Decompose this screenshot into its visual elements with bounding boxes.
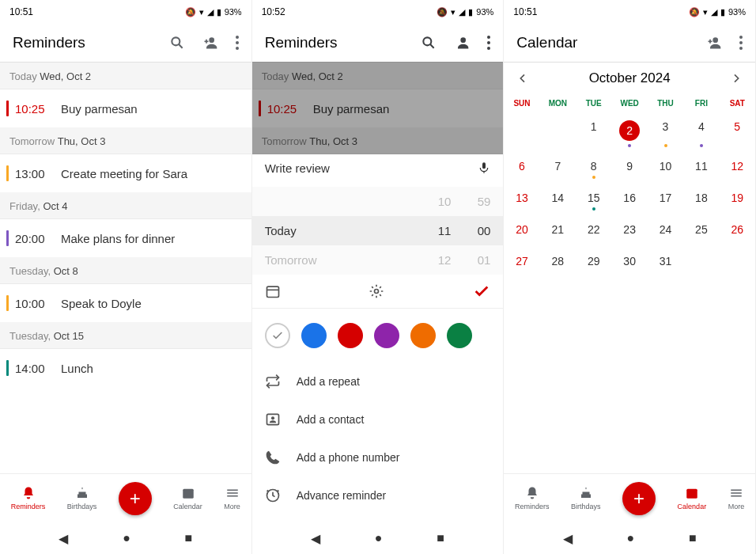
color-swatch[interactable]	[338, 323, 363, 348]
calendar-day[interactable]: 19	[720, 184, 755, 215]
picker-row[interactable]: 1059	[252, 187, 504, 216]
calendar-day[interactable]: 21	[540, 215, 576, 247]
next-month-icon[interactable]	[730, 72, 743, 85]
nav-calendar[interactable]: Calendar	[678, 486, 707, 510]
picker-row[interactable]: Tomorrow1201	[252, 245, 504, 275]
mic-icon[interactable]	[478, 160, 490, 176]
svg-point-16	[487, 36, 490, 39]
nav-reminders[interactable]: Reminders	[515, 486, 550, 510]
month-nav: October 2024	[504, 63, 755, 94]
calendar-day[interactable]: 31	[648, 247, 683, 279]
fab-add[interactable]: +	[119, 482, 152, 515]
confirm-icon[interactable]	[473, 283, 490, 300]
add-person-icon[interactable]	[202, 35, 218, 51]
calendar-day[interactable]: 9	[611, 152, 647, 184]
month-title[interactable]: October 2024	[529, 70, 730, 86]
option-contact[interactable]: Add a contact	[252, 400, 504, 438]
svg-rect-19	[482, 162, 486, 169]
calendar-day[interactable]: 12	[720, 152, 755, 184]
sys-back[interactable]: ◀	[563, 531, 573, 546]
color-swatch[interactable]	[410, 323, 436, 348]
sys-recent[interactable]: ■	[689, 531, 697, 545]
color-none[interactable]	[265, 323, 290, 348]
calendar-day	[504, 112, 539, 152]
mute-icon: 🔕	[437, 7, 448, 17]
add-person-icon[interactable]	[706, 35, 722, 51]
color-swatch[interactable]	[301, 323, 327, 348]
calendar-day[interactable]: 8	[576, 152, 611, 184]
reminder-row[interactable]: 10:00Speak to Doyle	[0, 284, 251, 322]
calendar-day[interactable]: 14	[540, 184, 576, 215]
reminder-input-row[interactable]: Write review	[252, 149, 504, 187]
sys-home[interactable]: ●	[123, 531, 130, 545]
calendar-day[interactable]: 17	[648, 184, 683, 215]
nav-more[interactable]: More	[224, 486, 240, 510]
sys-home[interactable]: ●	[626, 531, 634, 545]
nav-birthdays[interactable]: Birthdays	[67, 486, 97, 510]
reminder-row[interactable]: 20:00Make plans for dinner	[0, 219, 251, 257]
reminder-row[interactable]: 13:00Create meeting for Sara	[0, 154, 251, 192]
option-repeat[interactable]: Add a repeat	[252, 362, 504, 400]
sys-home[interactable]: ●	[375, 531, 383, 545]
status-bar: 10:51 🔕▾◢▮ 93%	[504, 0, 755, 24]
section-header: Tuesday, Oct 8	[0, 257, 251, 284]
calendar-day[interactable]: 16	[611, 184, 647, 215]
option-phone[interactable]: Add a phone number	[252, 438, 504, 476]
calendar-day[interactable]: 13	[504, 184, 539, 215]
dow-label: SUN	[504, 94, 539, 112]
nav-more[interactable]: More	[728, 486, 745, 510]
reminder-input[interactable]: Write review	[265, 161, 478, 175]
sys-back[interactable]: ◀	[311, 531, 320, 546]
calendar-day[interactable]: 11	[683, 152, 719, 184]
svg-point-7	[236, 47, 239, 50]
nav-calendar[interactable]: Calendar	[173, 486, 202, 510]
calendar-day[interactable]: 3	[648, 112, 683, 152]
reminder-row[interactable]: 14:00Lunch	[0, 349, 251, 387]
wifi-icon: ▾	[199, 7, 204, 17]
menu-dots-icon[interactable]	[739, 36, 743, 50]
calendar-day[interactable]: 29	[576, 247, 611, 279]
reminder-list[interactable]: Today Wed, Oct 210:25Buy parmesanTomorro…	[0, 63, 251, 387]
calendar-icon[interactable]	[265, 283, 281, 299]
time-picker[interactable]: 1059Today1100Tomorrow1201	[252, 187, 504, 275]
calendar-day[interactable]: 15	[576, 184, 611, 215]
sys-back[interactable]: ◀	[59, 531, 68, 546]
calendar-day[interactable]: 1	[576, 112, 611, 152]
calendar-day	[683, 247, 719, 279]
reminder-row[interactable]: 10:25Buy parmesan	[0, 89, 251, 127]
calendar-day[interactable]: 27	[504, 247, 539, 279]
calendar-day[interactable]: 18	[683, 184, 719, 215]
option-advance[interactable]: Advance reminder	[252, 476, 504, 514]
nav-birthdays[interactable]: Birthdays	[571, 486, 601, 510]
calendar-day[interactable]: 28	[540, 247, 576, 279]
calendar-grid[interactable]: 1234567891011121314151617181920212223242…	[504, 112, 755, 279]
settings-icon[interactable]	[369, 283, 384, 299]
prev-month-icon[interactable]	[516, 72, 529, 85]
calendar-day[interactable]: 2	[611, 112, 647, 152]
calendar-day[interactable]: 24	[648, 215, 683, 247]
calendar-day[interactable]: 10	[648, 152, 683, 184]
status-right: 🔕 ▾ ◢ ▮ 93%	[185, 7, 242, 17]
calendar-day[interactable]: 20	[504, 215, 539, 247]
calendar-day[interactable]: 7	[540, 152, 576, 184]
color-swatch[interactable]	[447, 323, 472, 348]
calendar-day[interactable]: 6	[504, 152, 539, 184]
svg-point-0	[172, 37, 180, 45]
calendar-day[interactable]: 23	[611, 215, 647, 247]
dow-label: SAT	[720, 94, 755, 112]
search-icon[interactable]	[169, 35, 185, 51]
calendar-day[interactable]: 22	[576, 215, 611, 247]
calendar-day[interactable]: 26	[720, 215, 755, 247]
calendar-day[interactable]: 5	[720, 112, 755, 152]
nav-reminders[interactable]: Reminders	[11, 486, 46, 510]
header: Reminders	[0, 24, 251, 62]
menu-dots-icon[interactable]	[236, 36, 239, 50]
sys-recent[interactable]: ■	[185, 531, 193, 545]
calendar-day[interactable]: 30	[611, 247, 647, 279]
calendar-day[interactable]: 4	[683, 112, 719, 152]
color-swatch[interactable]	[374, 323, 399, 348]
fab-add[interactable]: +	[622, 482, 656, 515]
calendar-day[interactable]: 25	[683, 215, 719, 247]
sys-recent[interactable]: ■	[437, 531, 444, 545]
picker-row[interactable]: Today1100	[252, 216, 504, 245]
